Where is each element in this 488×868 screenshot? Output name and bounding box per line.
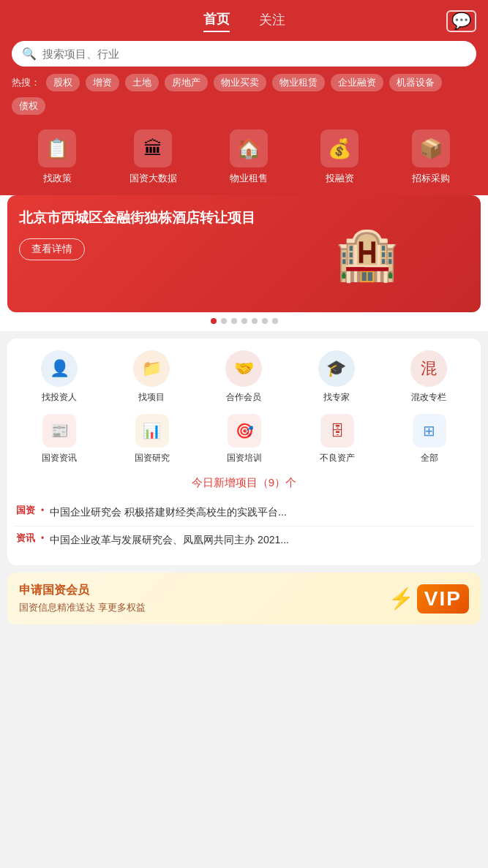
second-icon-item[interactable]: 🤝 合作会员 [225, 350, 262, 404]
news-list: 国资 • 中国企业研究会 积极搭建财经类高校生的实践平台... 资讯 • 中国企… [13, 499, 475, 554]
second-icon-glyph: 👤 [50, 359, 70, 378]
hot-tag-chip[interactable]: 房地产 [165, 74, 208, 91]
banner-dot[interactable] [272, 318, 278, 324]
top-icon-box: 💰 [320, 129, 359, 167]
banner: 北京市西城区金融街独栋酒店转让项目 查看详情 🏨 [7, 195, 481, 312]
second-icon-item[interactable]: 📁 找项目 [133, 350, 170, 404]
today-new-label: 今日新增项目（9）个 [13, 476, 475, 490]
third-icon-square: 🎯 [228, 414, 261, 448]
top-icon-item[interactable]: 📋 找政策 [38, 129, 76, 185]
third-icon-glyph: 📰 [50, 422, 69, 439]
top-icon-item[interactable]: 🏛 国资大数据 [129, 129, 177, 185]
second-icon-label: 混改专栏 [411, 391, 446, 404]
second-icon-circle: 🤝 [225, 350, 262, 387]
banner-dot[interactable] [231, 318, 237, 324]
banner-dot[interactable] [211, 318, 217, 324]
third-icon-square: 🗄 [320, 414, 354, 448]
news-row: 国资 • 中国企业研究会 积极搭建财经类高校生的实践平台... [16, 505, 472, 520]
vip-badge: VIP [417, 584, 469, 614]
third-icon-item[interactable]: ⊞ 全部 [413, 414, 446, 464]
search-bar[interactable]: 🔍 [12, 41, 476, 67]
third-icon-square: 📰 [42, 414, 76, 448]
news-dot: • [41, 505, 44, 516]
third-icon-glyph: 🎯 [236, 422, 254, 439]
third-icon-glyph: 📊 [143, 422, 161, 439]
top-icon-item[interactable]: 💰 投融资 [320, 129, 359, 185]
banner-dot[interactable] [241, 318, 247, 324]
banner-dots [0, 312, 488, 331]
top-icon-box: 📦 [412, 129, 450, 167]
second-icon-glyph: 🤝 [234, 359, 254, 378]
banner-dot[interactable] [252, 318, 258, 324]
banner-illustration: 🏨 [253, 195, 481, 312]
top-icon-label: 投融资 [326, 172, 354, 185]
second-icon-label: 合作会员 [226, 391, 261, 404]
nav-bar: 首页 关注 💬 [12, 10, 476, 32]
banner-dot[interactable] [221, 318, 227, 324]
third-icon-item[interactable]: 🎯 国资培训 [227, 414, 262, 464]
search-input[interactable] [42, 48, 466, 60]
hot-tag-chip[interactable]: 增资 [86, 74, 119, 91]
top-icon-label: 找政策 [43, 172, 72, 185]
top-icon-label: 物业租售 [230, 172, 268, 185]
third-icon-glyph: 🗄 [330, 423, 345, 439]
top-icon-grid: 📋 找政策 🏛 国资大数据 🏠 物业租售 💰 投融资 📦 招标采购 [12, 124, 476, 195]
third-icon-square: ⊞ [413, 414, 446, 448]
tab-home[interactable]: 首页 [203, 10, 230, 32]
third-icon-item[interactable]: 🗄 不良资产 [320, 414, 355, 464]
hot-tag-chip[interactable]: 物业租赁 [272, 74, 325, 91]
news-row: 资讯 • 中国企业改革与发展研究会、凤凰网共同主办 2021... [16, 532, 472, 548]
hot-tags: 热搜： 股权增资土地房地产物业买卖物业租赁企业融资机器设备债权 [12, 74, 476, 115]
news-item[interactable]: 资讯 • 中国企业改革与发展研究会、凤凰网共同主办 2021... [13, 527, 475, 554]
top-icon-item[interactable]: 🏠 物业租售 [230, 129, 268, 185]
second-icon-glyph: 🎓 [326, 359, 346, 378]
news-tag: 国资 [16, 505, 35, 517]
main-card: 👤 找投资人 📁 找项目 🤝 合作会员 🎓 找专家 混 混改专栏 📰 国资资讯 … [7, 339, 481, 565]
third-icon-item[interactable]: 📰 国资资讯 [42, 414, 77, 464]
vip-title: 申请国资会员 [19, 583, 146, 598]
second-icon-item[interactable]: 混 混改专栏 [410, 350, 447, 404]
third-icon-grid: 📰 国资资讯 📊 国资研究 🎯 国资培训 🗄 不良资产 ⊞ 全部 [13, 414, 475, 464]
hot-tag-chip[interactable]: 股权 [46, 74, 80, 91]
vip-card[interactable]: 申请国资会员 国资信息精准送达 享更多权益 ⚡ VIP [7, 573, 481, 624]
news-item[interactable]: 国资 • 中国企业研究会 积极搭建财经类高校生的实践平台... [13, 499, 475, 527]
vip-right: ⚡ VIP [388, 584, 469, 614]
hot-tag-chip[interactable]: 企业融资 [331, 74, 383, 91]
third-icon-square: 📊 [135, 414, 169, 448]
news-dot: • [41, 533, 44, 543]
third-icon-label: 不良资产 [320, 452, 355, 464]
vip-subtitle: 国资信息精准送达 享更多权益 [19, 601, 146, 614]
top-icon-box: 🏠 [230, 129, 268, 167]
hot-tag-chip[interactable]: 物业买卖 [214, 74, 266, 91]
second-icon-circle: 🎓 [318, 350, 355, 387]
second-icon-circle: 混 [410, 350, 447, 387]
second-icon-glyph: 混 [421, 358, 437, 380]
second-icon-grid: 👤 找投资人 📁 找项目 🤝 合作会员 🎓 找专家 混 混改专栏 [13, 350, 475, 404]
second-icon-circle: 👤 [41, 350, 78, 387]
banner-dot[interactable] [262, 318, 268, 324]
search-icon: 🔍 [22, 47, 37, 61]
hot-tag-chip[interactable]: 机器设备 [389, 74, 442, 91]
tab-follow[interactable]: 关注 [259, 11, 285, 31]
header: 首页 关注 💬 🔍 热搜： 股权增资土地房地产物业买卖物业租赁企业融资机器设备债… [0, 0, 488, 195]
top-icon-box: 🏛 [134, 129, 172, 167]
message-icon[interactable]: 💬 [446, 10, 476, 32]
banner-title: 北京市西城区金融街独栋酒店转让项目 [19, 208, 266, 228]
lightning-icon: ⚡ [388, 586, 414, 611]
hot-tag-chip[interactable]: 债权 [12, 97, 45, 115]
third-icon-label: 全部 [421, 452, 438, 464]
second-icon-label: 找专家 [323, 391, 350, 404]
third-icon-item[interactable]: 📊 国资研究 [135, 414, 170, 464]
second-icon-label: 找投资人 [42, 391, 77, 404]
news-text: 中国企业研究会 积极搭建财经类高校生的实践平台... [50, 505, 287, 520]
banner-section: 北京市西城区金融街独栋酒店转让项目 查看详情 🏨 [0, 195, 488, 331]
hot-label: 热搜： [12, 76, 40, 89]
banner-btn[interactable]: 查看详情 [19, 238, 85, 260]
second-icon-item[interactable]: 🎓 找专家 [318, 350, 355, 404]
second-icon-item[interactable]: 👤 找投资人 [41, 350, 78, 404]
second-icon-label: 找项目 [138, 391, 165, 404]
third-icon-glyph: ⊞ [423, 422, 435, 439]
top-icon-item[interactable]: 📦 招标采购 [412, 129, 450, 185]
hot-tag-chip[interactable]: 土地 [125, 74, 159, 91]
third-icon-label: 国资资讯 [42, 452, 77, 464]
